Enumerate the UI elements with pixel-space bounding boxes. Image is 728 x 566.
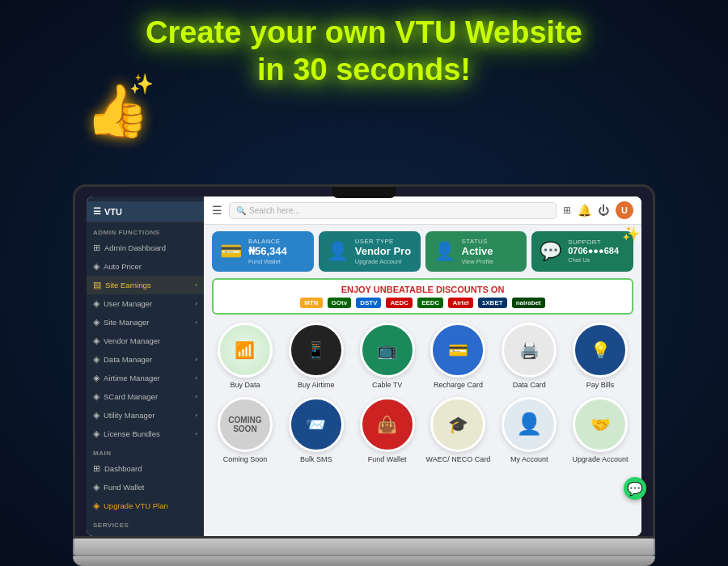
chevron-icon: › [195, 430, 197, 437]
circle-icon: ◈ [93, 410, 99, 420]
sidebar-item-upgrade-vtu[interactable]: ◈ Upgrade VTU Plan [87, 496, 204, 515]
user-type-value: Vendor Pro [355, 245, 411, 258]
balance-label: BALANCE [248, 238, 287, 245]
circle-icon: ◈ [93, 373, 99, 383]
nairabet-logo: nairabet [512, 298, 545, 308]
waec-label: WAEC/ NECO Card [426, 455, 491, 463]
sidebar: ☰ VTU ADMIN FUNCTIONS ⊞ Admin Dashboard … [87, 196, 204, 536]
balance-value: ₦56,344 [248, 245, 287, 258]
service-buy-data[interactable]: 📶 Buy Data [212, 323, 278, 389]
user-type-sub: Upgrade Account [355, 258, 411, 265]
sidebar-logo: ☰ VTU [87, 201, 204, 222]
status-sub: View Profile [462, 258, 493, 265]
chevron-icon: › [195, 393, 197, 400]
main-content: ☰ 🔍 Search here... ⊞ 🔔 ⏻ U [204, 196, 641, 536]
circle-icon: ◈ [93, 429, 99, 439]
wallet-card-icon: 💳 [220, 241, 242, 262]
sidebar-section-admin: ADMIN FUNCTIONS [87, 222, 204, 239]
my-account-label: My Account [510, 455, 548, 463]
service-pay-bills[interactable]: 💡 Pay Bills [567, 323, 633, 389]
waec-icon: 🎓 [430, 397, 485, 452]
sidebar-item-airtime-manager[interactable]: ◈ Airtime Manager › [87, 369, 204, 387]
topbar: ☰ 🔍 Search here... ⊞ 🔔 ⏻ U [204, 196, 641, 225]
sidebar-item-fund-wallet[interactable]: ◈ Fund Wallet [87, 478, 204, 496]
bell-icon[interactable]: 🔔 [578, 204, 591, 217]
recharge-card-label: Recharge Card [434, 381, 483, 389]
grid-icon: ⊞ [93, 463, 100, 474]
circle-icon: ◈ [93, 535, 99, 536]
service-recharge-card[interactable]: 💳 Recharge Card [425, 323, 492, 389]
status-card[interactable]: 👤 STATUS Active View Profile [425, 231, 527, 272]
service-buy-airtime[interactable]: 📱 Buy Airtime [283, 323, 349, 389]
aedc-logo: AEDC [386, 298, 413, 308]
sidebar-item-user-manager[interactable]: ◈ User Manager › [87, 294, 204, 313]
sparkle-icon: ✨ [129, 73, 154, 95]
buy-data-icon: 📶 [218, 323, 273, 378]
support-card[interactable]: 💬 SUPPORT 0706●●●684 Chat Us ✨ [531, 231, 633, 272]
service-coming-soon[interactable]: COMINGSOON Coming Soon [212, 397, 278, 463]
service-my-account[interactable]: 👤 My Account [496, 397, 562, 463]
upgrade-account-icon: 🤝 [573, 397, 628, 452]
sidebar-section-services: SERVICES [87, 515, 204, 531]
search-placeholder: Search here... [249, 206, 300, 215]
gotv-logo: GOtv [328, 298, 352, 308]
coming-soon-label: Coming Soon [223, 455, 268, 463]
pay-bills-label: Pay Bills [586, 381, 615, 389]
circle-icon: ◈ [93, 354, 99, 365]
header-line2: in 30 seconds! [257, 53, 471, 87]
wallet-icon: ◈ [93, 482, 99, 492]
my-account-icon: 👤 [502, 397, 557, 452]
service-data-card[interactable]: 🖨️ Data Card [496, 323, 562, 389]
list-icon: ▤ [93, 280, 101, 290]
service-cable-tv[interactable]: 📺 Cable TV [354, 323, 421, 389]
service-waec[interactable]: 🎓 WAEC/ NECO Card [425, 397, 492, 463]
sidebar-item-admin-dashboard[interactable]: ⊞ Admin Dashboard [87, 239, 204, 257]
header-title: Create your own VTU Website in 30 second… [0, 15, 728, 88]
search-icon: 🔍 [236, 206, 246, 215]
chevron-icon: › [195, 374, 197, 382]
sidebar-item-dashboard[interactable]: ⊞ Dashboard [87, 459, 204, 478]
sidebar-item-utility-manager[interactable]: ◈ Utility Manager › [87, 406, 204, 424]
chevron-icon: › [195, 300, 197, 307]
sidebar-item-buy-data[interactable]: ◈ Buy Data › [87, 531, 204, 536]
chevron-icon: › [195, 412, 197, 419]
pay-bills-icon: 💡 [573, 323, 628, 378]
avatar[interactable]: U [616, 201, 633, 219]
screen-bezel: ☰ VTU ADMIN FUNCTIONS ⊞ Admin Dashboard … [73, 184, 655, 539]
sidebar-item-data-manager[interactable]: ◈ Data Manager › [87, 350, 204, 369]
sidebar-item-vendor-manager[interactable]: ◈ Vendor Manager [87, 332, 204, 350]
status-value: Active [462, 245, 493, 258]
grid-icon: ⊞ [93, 243, 100, 253]
coming-soon-icon: COMINGSOON [218, 397, 273, 452]
circle-icon: ◈ [93, 298, 99, 309]
eedc-logo: EEDC [417, 298, 443, 308]
laptop-foot [73, 556, 655, 566]
user-type-card[interactable]: 👤 USER TYPE Vendor Pro Upgrade Account [319, 231, 421, 272]
support-value: 0706●●●684 [568, 246, 619, 256]
buy-data-label: Buy Data [230, 381, 260, 389]
laptop: ☰ VTU ADMIN FUNCTIONS ⊞ Admin Dashboard … [73, 184, 655, 566]
bulk-sms-label: Bulk SMS [300, 455, 332, 463]
mtn-logo: MTN [300, 298, 322, 308]
service-grid-row1: 📶 Buy Data 📱 Buy Airtime 📺 [204, 319, 641, 394]
sidebar-section-main: MAIN [87, 443, 204, 459]
fund-wallet-icon: 👜 [360, 397, 415, 452]
service-fund-wallet[interactable]: 👜 Fund Wallet [354, 397, 421, 463]
grid-view-icon[interactable]: ⊞ [563, 205, 571, 216]
power-icon[interactable]: ⏻ [598, 204, 609, 217]
circle-icon: ◈ [93, 261, 99, 272]
balance-card[interactable]: 💳 BALANCE ₦56,344 Fund Wallet [212, 231, 314, 272]
sidebar-item-auto-pricer[interactable]: ◈ Auto Pricer [87, 257, 204, 276]
whatsapp-chat-button[interactable]: 💬 [624, 477, 646, 500]
hamburger-button[interactable]: ☰ [212, 204, 222, 217]
service-bulk-sms[interactable]: 📨 Bulk SMS [283, 397, 349, 463]
discount-banner: ENJOY UNBEATABLE DISCOUNTS ON MTN GOtv D… [212, 278, 633, 315]
sidebar-item-site-manager[interactable]: ◈ Site Manager › [87, 313, 204, 332]
search-bar[interactable]: 🔍 Search here... [229, 202, 557, 219]
service-upgrade-account[interactable]: 🤝 Upgrade Account [567, 397, 633, 463]
sidebar-item-scard-manager[interactable]: ◈ SCard Manager › [87, 387, 204, 406]
topbar-icons: ⊞ 🔔 ⏻ U [563, 201, 633, 219]
buy-airtime-label: Buy Airtime [298, 381, 335, 389]
sidebar-item-site-earnings[interactable]: ▤ Site Earnings › [87, 276, 204, 294]
sidebar-item-license-bundles[interactable]: ◈ License Bundles › [87, 424, 204, 443]
